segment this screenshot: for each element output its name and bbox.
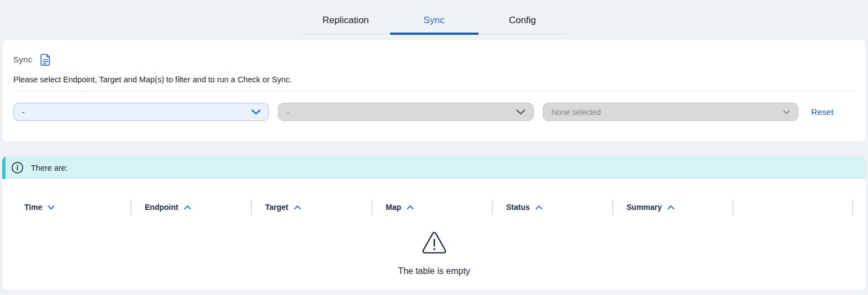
- sync-panel-card: Sync Please select Endpoint, Target and …: [2, 39, 866, 142]
- endpoint-select-value: -: [22, 108, 25, 117]
- sort-chevron-icon: [184, 205, 191, 210]
- table-empty-state: The table is empty: [2, 231, 866, 276]
- table-header: Time Endpoint Target Map Status: [14, 199, 866, 215]
- panel-divider: [13, 91, 855, 92]
- info-banner: There are:: [2, 156, 866, 179]
- column-label: Endpoint: [145, 203, 178, 212]
- tab-config-label: Config: [509, 15, 536, 25]
- panel-title-row: Sync: [13, 53, 855, 66]
- column-label: Time: [24, 203, 42, 212]
- sort-chevron-icon: [535, 205, 543, 210]
- tab-replication[interactable]: Replication: [302, 8, 390, 34]
- target-select[interactable]: -: [278, 103, 534, 121]
- column-header-summary[interactable]: Summary: [612, 199, 733, 215]
- warning-triangle-icon: [420, 231, 448, 256]
- tab-strip-container: Replication Sync Config: [0, 0, 868, 34]
- column-header-map[interactable]: Map: [371, 199, 492, 215]
- sort-chevron-icon: [294, 205, 301, 210]
- column-header-target[interactable]: Target: [251, 199, 371, 215]
- column-header-time[interactable]: Time: [14, 199, 130, 215]
- maps-multiselect-value: None selected: [551, 108, 601, 117]
- chevron-down-icon: [516, 109, 525, 115]
- info-banner-text: There are:: [31, 164, 68, 172]
- column-label: Status: [506, 203, 530, 212]
- document-icon[interactable]: [40, 54, 51, 66]
- empty-state-text: The table is empty: [2, 266, 866, 276]
- chevron-down-icon: [251, 109, 261, 115]
- results-card: There are: Time Endpoint Target Map: [2, 156, 866, 291]
- page-title: Sync: [13, 54, 33, 66]
- chevron-down-icon: [783, 110, 790, 114]
- column-label: Summary: [627, 203, 662, 212]
- panel-description: Please select Endpoint, Target and Map(s…: [13, 75, 855, 84]
- filter-row: - - None selected Reset: [13, 103, 855, 121]
- info-icon: [11, 161, 24, 174]
- maps-multiselect[interactable]: None selected: [543, 103, 798, 121]
- reset-button[interactable]: Reset: [811, 107, 834, 117]
- tab-config[interactable]: Config: [478, 8, 567, 34]
- sort-chevron-icon: [667, 205, 675, 210]
- tab-sync-label: Sync: [424, 15, 445, 25]
- target-select-value: -: [287, 108, 290, 117]
- column-label: Target: [265, 203, 288, 212]
- column-label: Map: [386, 203, 401, 212]
- tab-strip: Replication Sync Config: [302, 8, 567, 34]
- endpoint-select[interactable]: -: [13, 103, 269, 121]
- column-header-endpoint[interactable]: Endpoint: [130, 199, 251, 215]
- tab-replication-label: Replication: [322, 15, 369, 25]
- tab-sync[interactable]: Sync: [390, 8, 478, 34]
- active-tab-underline: [390, 33, 478, 35]
- sort-chevron-icon: [48, 205, 55, 210]
- column-header-status[interactable]: Status: [492, 199, 612, 215]
- sort-chevron-icon: [407, 205, 414, 210]
- column-header-actions: [733, 199, 853, 215]
